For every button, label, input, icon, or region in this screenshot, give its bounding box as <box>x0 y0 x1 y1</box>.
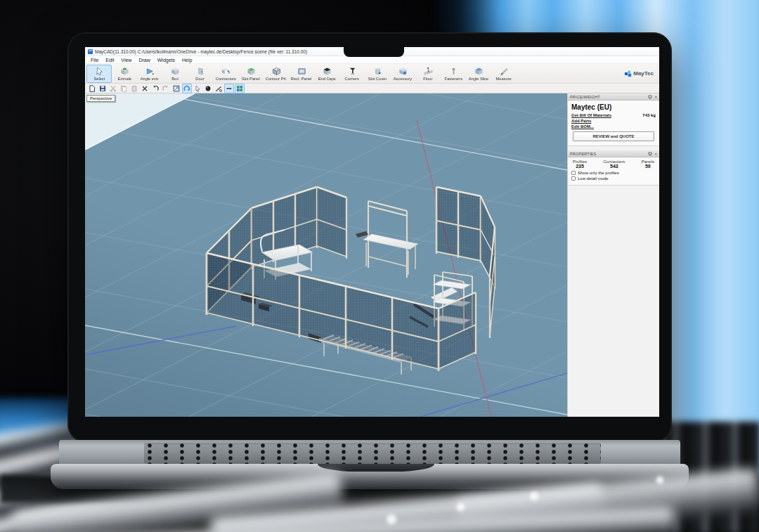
save-icon[interactable] <box>98 84 108 93</box>
tool-door[interactable]: Door <box>188 65 213 83</box>
quick-toolbar <box>85 84 659 93</box>
tool-floor[interactable]: Floor <box>415 65 441 83</box>
corners-icon <box>348 67 357 76</box>
tool-contour-profile[interactable]: Contour Prl. <box>264 65 289 83</box>
viewport-mode-label: Perspective <box>86 95 115 102</box>
extrude-icon <box>120 67 129 76</box>
slot-panel-icon <box>247 67 256 76</box>
get-bom-link[interactable]: Get Bill Of Materials <box>571 113 611 117</box>
tool-corners[interactable]: Corners <box>339 65 365 83</box>
menu-bar: File Edit View Draw Widgets Help <box>85 56 659 64</box>
angle-extrude-icon <box>145 67 155 76</box>
tool-angle-slice[interactable]: Angle Slice <box>466 65 491 83</box>
price-weight-panel: PRICE/WEIGHT × Maytec (EU) Get Bill Of M… <box>568 93 659 146</box>
close-icon[interactable]: × <box>654 95 657 99</box>
review-quote-button[interactable]: REVIEW and QUOTE <box>573 131 654 141</box>
edit-bom-link[interactable]: Edit BOM... <box>571 124 594 129</box>
low-detail-checkbox[interactable] <box>571 176 576 181</box>
maytec-brand: MayTec <box>625 70 659 77</box>
grid-view-icon[interactable] <box>235 84 245 93</box>
properties-header[interactable]: PROPERTIES × <box>568 150 659 157</box>
right-dock: PRICE/WEIGHT × Maytec (EU) Get Bill Of M… <box>567 93 659 417</box>
brand-label: MayTec <box>633 70 654 77</box>
contour-profile-icon <box>272 67 281 76</box>
box-icon <box>171 67 180 76</box>
app-icon <box>88 49 93 54</box>
fasteners-icon <box>449 67 458 76</box>
menu-view[interactable]: View <box>117 58 135 63</box>
app-window: MayCAD(11.310.00) C:/Users/lkollmann/One… <box>85 47 659 417</box>
orbit-icon[interactable] <box>182 84 192 93</box>
menu-widgets[interactable]: Widgets <box>154 58 179 63</box>
stat-connectors: Connectors 543 <box>603 160 625 169</box>
region-title: Maytec (EU) <box>571 103 656 111</box>
add-parts-link[interactable]: Add Parts <box>571 119 591 123</box>
door-icon <box>196 67 205 76</box>
undo-icon[interactable] <box>150 84 160 93</box>
end-caps-icon <box>323 67 332 76</box>
paste-icon[interactable] <box>129 84 139 93</box>
redo-icon[interactable] <box>161 84 171 93</box>
zoom-out-icon[interactable] <box>224 84 234 93</box>
menu-edit[interactable]: Edit <box>102 58 117 63</box>
close-icon[interactable]: × <box>654 152 657 156</box>
maytec-logo-icon <box>625 70 632 77</box>
connectors-icon <box>221 67 231 76</box>
tool-slot-panel[interactable]: Slot Panel <box>238 65 264 83</box>
total-weight: 743 kg <box>642 113 656 117</box>
viewport-3d-scene[interactable] <box>85 93 567 417</box>
slot-cover-icon <box>373 67 382 76</box>
tool-extrude[interactable]: Extrude <box>112 65 137 83</box>
viewport-3d[interactable]: Perspective <box>85 93 567 417</box>
render-icon[interactable] <box>203 84 213 93</box>
delete-icon[interactable] <box>140 84 150 93</box>
cut-icon[interactable] <box>108 84 118 93</box>
pin-icon[interactable] <box>648 95 652 99</box>
properties-title: PROPERTIES <box>570 152 648 156</box>
tool-end-caps[interactable]: End Caps <box>314 65 339 83</box>
workspace: Perspective PRICE/WEIGHT × Maytec (EU) G… <box>85 93 659 417</box>
low-detail-option[interactable]: Low detail mode <box>571 176 656 181</box>
tool-select[interactable]: Select <box>86 65 112 83</box>
pin-icon[interactable] <box>648 152 652 156</box>
laptop-camera-notch <box>344 47 404 57</box>
zoom-fit-icon[interactable] <box>171 84 181 93</box>
show-profiles-option[interactable]: Show only the profiles <box>571 171 656 175</box>
tool-box[interactable]: Box <box>162 65 188 83</box>
main-toolbar: Select Extrude Angle extr. Box Door Conn… <box>85 64 659 84</box>
laptop-display: MayCAD(11.310.00) C:/Users/lkollmann/One… <box>67 32 672 443</box>
tool-rect-panel[interactable]: Rect. Panel <box>289 65 314 83</box>
measure-icon <box>500 67 509 76</box>
floor-icon <box>424 67 433 76</box>
stat-profiles: Profiles 235 <box>573 160 587 169</box>
price-weight-header[interactable]: PRICE/WEIGHT × <box>568 93 659 100</box>
rect-panel-icon <box>297 67 306 76</box>
laptop-keyboard <box>144 443 601 464</box>
copy-icon[interactable] <box>119 84 129 93</box>
pick-icon[interactable] <box>193 84 202 93</box>
price-weight-title: PRICE/WEIGHT <box>570 95 648 99</box>
accessory-icon <box>398 67 408 76</box>
show-profiles-checkbox[interactable] <box>571 171 576 175</box>
tool-fasteners[interactable]: Fasteners <box>441 65 466 83</box>
menu-file[interactable]: File <box>87 58 102 63</box>
fence-wall-back <box>317 187 346 259</box>
properties-panel: PROPERTIES × Profiles 235 Connectors <box>568 150 659 186</box>
tool-slot-cover[interactable]: Slot Cover <box>365 65 390 83</box>
tool-angle-extrude[interactable]: Angle extr. <box>137 65 162 83</box>
fence-wall-tall <box>436 187 481 263</box>
stat-panels: Panels 59 <box>642 160 654 169</box>
measure-angle-icon[interactable] <box>214 84 223 93</box>
menu-help[interactable]: Help <box>179 58 195 63</box>
tool-accessory[interactable]: Accessory <box>390 65 415 83</box>
new-file-icon[interactable] <box>87 84 97 93</box>
window-title: MayCAD(11.310.00) C:/Users/lkollmann/One… <box>95 49 307 54</box>
tool-measure[interactable]: Measure <box>491 65 517 83</box>
select-cursor-icon <box>95 67 104 76</box>
angle-slice-icon <box>474 67 484 76</box>
tool-connectors[interactable]: Connectors <box>213 65 238 83</box>
menu-draw[interactable]: Draw <box>135 58 153 63</box>
